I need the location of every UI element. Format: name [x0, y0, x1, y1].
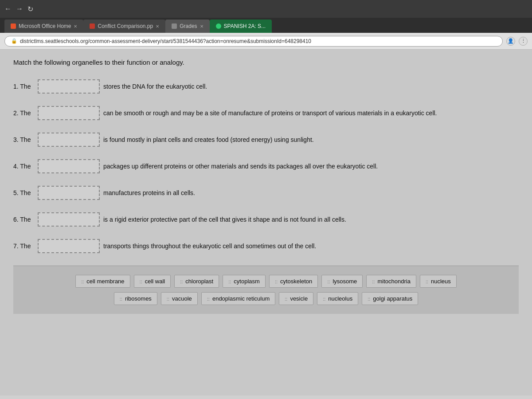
- drop-zone-3[interactable]: [38, 133, 100, 147]
- drag-handle-ribosomes: ::: [120, 296, 122, 301]
- browser-nav-bar: ← → ↻: [0, 0, 532, 18]
- drag-handle-lysosome: ::: [327, 279, 330, 284]
- question-label-2: 2. The: [13, 110, 38, 117]
- drag-item-label-vacuole: vacuole: [172, 295, 192, 302]
- question-text-3: is found mostly in plant cells and creat…: [103, 136, 519, 143]
- lock-icon: 🔒: [11, 38, 17, 44]
- drag-row-2: ::ribosomes::vacuole::endoplasmic reticu…: [22, 292, 510, 305]
- drag-item-label-ribosomes: ribosomes: [125, 295, 152, 302]
- tab-spanish-label: SPANISH 2A: S...: [224, 23, 266, 29]
- drop-zone-6[interactable]: [38, 212, 100, 227]
- tab-grades-label: Grades: [180, 23, 197, 29]
- reload-button[interactable]: ↻: [27, 5, 33, 13]
- question-text-1: stores the DNA for the eukaryotic cell.: [103, 83, 519, 90]
- address-bar[interactable]: 🔒 districtlms.seattleschools.org/common-…: [4, 36, 503, 47]
- question-label-7: 7. The: [13, 243, 38, 250]
- tab-conflict-close[interactable]: ✕: [156, 24, 159, 29]
- question-label-3: 3. The: [13, 136, 38, 143]
- tab-home-icon: [11, 23, 16, 29]
- question-label-1: 1. The: [13, 83, 38, 90]
- tab-grades-icon: [172, 23, 177, 29]
- question-text-7: transports things throughout the eukaryo…: [103, 243, 519, 250]
- drag-item-lysosome[interactable]: ::lysosome: [321, 275, 363, 288]
- question-label-5: 5. The: [13, 189, 38, 196]
- drop-zone-1[interactable]: [38, 79, 100, 94]
- drag-item-chloroplast[interactable]: ::chloroplast: [174, 275, 219, 288]
- drag-handle-golgi-apparatus: ::: [368, 296, 370, 301]
- forward-button[interactable]: →: [16, 5, 23, 13]
- page-title: Match the following organelles to their …: [13, 59, 519, 66]
- tab-conflict-label: Conflict Comparison.pp: [98, 23, 153, 29]
- drag-item-cytoplasm[interactable]: ::cytoplasm: [223, 275, 266, 288]
- tab-home[interactable]: Microsoft Office Home ✕: [4, 20, 83, 33]
- tab-conflict[interactable]: Conflict Comparison.pp ✕: [83, 20, 165, 33]
- drag-handle-cell-wall: ::: [140, 279, 142, 284]
- drag-handle-vesicle: ::: [285, 296, 287, 301]
- drag-item-vesicle[interactable]: ::vesicle: [279, 292, 313, 305]
- drag-item-label-endoplasmic-reticulum: endoplasmic reticulum: [212, 295, 270, 302]
- question-text-4: packages up different proteins or other …: [103, 163, 519, 170]
- profile-icon[interactable]: 👤: [506, 37, 515, 46]
- question-text-6: is a rigid exterior protective part of t…: [103, 216, 519, 223]
- drag-item-label-cytoplasm: cytoplasm: [234, 278, 260, 285]
- question-row-4: 4. Thepackages up different proteins or …: [13, 159, 519, 173]
- tab-spanish-icon: [216, 23, 221, 29]
- question-label-6: 6. The: [13, 216, 38, 223]
- main-content: Match the following organelles to their …: [0, 50, 532, 395]
- drag-item-label-lysosome: lysosome: [332, 278, 357, 285]
- drag-item-nucleolus[interactable]: ::nucleolus: [317, 292, 358, 305]
- omnibar: 🔒 districtlms.seattleschools.org/common-…: [0, 33, 532, 50]
- questions-container: 1. Thestores the DNA for the eukaryotic …: [13, 79, 519, 253]
- question-text-2: can be smooth or rough and may be a site…: [103, 110, 519, 117]
- back-button[interactable]: ←: [4, 5, 12, 13]
- drag-handle-cytoplasm: ::: [228, 279, 231, 284]
- menu-icon[interactable]: ⋮: [519, 37, 528, 46]
- question-row-7: 7. Thetransports things throughout the e…: [13, 239, 519, 253]
- question-row-2: 2. Thecan be smooth or rough and may be …: [13, 106, 519, 120]
- question-label-4: 4. The: [13, 163, 38, 170]
- drag-handle-nucleus: ::: [426, 279, 428, 284]
- question-row-5: 5. Themanufactures proteins in all cells…: [13, 186, 519, 200]
- drag-item-cell-wall[interactable]: ::cell wall: [134, 275, 171, 288]
- drag-handle-cytoskeleton: ::: [275, 279, 278, 284]
- tab-strip: Microsoft Office Home ✕ Conflict Compari…: [0, 18, 532, 33]
- tab-grades-close[interactable]: ✕: [200, 24, 203, 29]
- question-row-1: 1. Thestores the DNA for the eukaryotic …: [13, 79, 519, 94]
- drag-item-label-golgi-apparatus: golgi apparatus: [373, 295, 412, 302]
- drag-handle-nucleolus: ::: [323, 296, 325, 301]
- drag-item-nucleus[interactable]: ::nucleus: [420, 275, 457, 288]
- drag-item-label-nucleolus: nucleolus: [328, 295, 352, 302]
- drag-item-mitochondria[interactable]: ::mitochondria: [366, 275, 416, 288]
- tab-home-label: Microsoft Office Home: [19, 23, 71, 29]
- drop-zone-4[interactable]: [38, 159, 100, 173]
- drag-item-label-cell-membrane: cell membrane: [86, 278, 124, 285]
- drag-handle-endoplasmic-reticulum: ::: [207, 296, 210, 301]
- drop-zone-2[interactable]: [38, 106, 100, 120]
- drag-item-cell-membrane[interactable]: ::cell membrane: [75, 275, 130, 288]
- drag-item-vacuole[interactable]: ::vacuole: [161, 292, 198, 305]
- tab-grades[interactable]: Grades ✕: [165, 20, 209, 33]
- drag-item-label-vesicle: vesicle: [290, 295, 308, 302]
- drag-handle-cell-membrane: ::: [81, 279, 84, 284]
- drag-row-1: ::cell membrane::cell wall::chloroplast:…: [22, 275, 510, 288]
- question-text-5: manufactures proteins in all cells.: [103, 189, 519, 196]
- drop-zone-5[interactable]: [38, 186, 100, 200]
- drag-item-golgi-apparatus[interactable]: ::golgi apparatus: [362, 292, 418, 305]
- drag-item-label-chloroplast: chloroplast: [185, 278, 213, 285]
- drag-item-cytoskeleton[interactable]: ::cytoskeleton: [269, 275, 318, 288]
- drag-item-label-mitochondria: mitochondria: [377, 278, 410, 285]
- drag-item-label-cytoskeleton: cytoskeleton: [280, 278, 312, 285]
- drag-handle-mitochondria: ::: [372, 279, 375, 284]
- drag-item-endoplasmic-reticulum[interactable]: ::endoplasmic reticulum: [201, 292, 275, 305]
- address-text: districtlms.seattleschools.org/common-as…: [20, 38, 311, 44]
- tab-spanish[interactable]: SPANISH 2A: S...: [210, 20, 272, 33]
- drag-item-ribosomes[interactable]: ::ribosomes: [114, 292, 157, 305]
- drop-zone-7[interactable]: [38, 239, 100, 253]
- drag-handle-chloroplast: ::: [180, 279, 183, 284]
- question-row-6: 6. Theis a rigid exterior protective par…: [13, 212, 519, 227]
- drag-item-label-nucleus: nucleus: [431, 278, 451, 285]
- tab-home-close[interactable]: ✕: [74, 24, 77, 29]
- tab-conflict-icon: [90, 23, 95, 29]
- drag-handle-vacuole: ::: [167, 296, 169, 301]
- browser-extra-icons: 👤 ⋮: [506, 37, 528, 46]
